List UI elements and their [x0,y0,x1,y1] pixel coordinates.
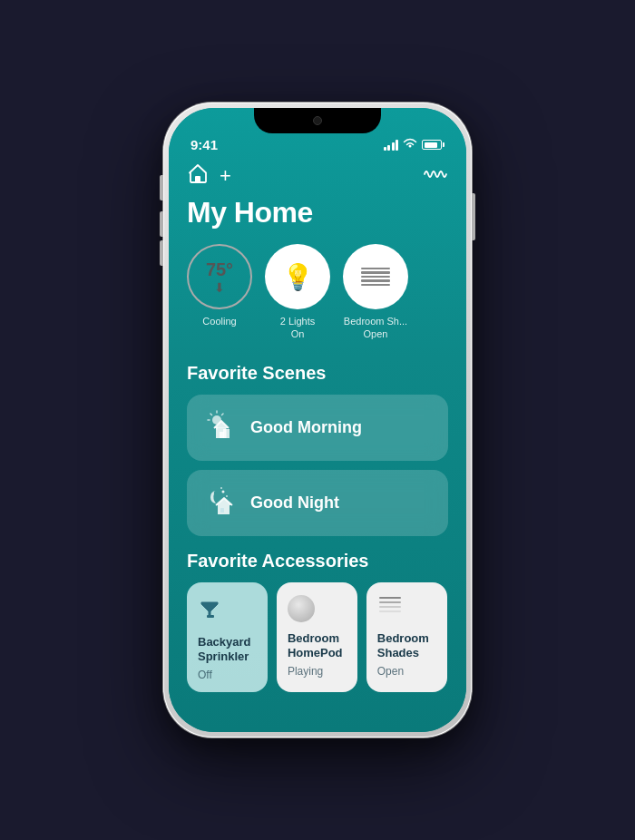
svg-rect-15 [379,610,401,612]
shades-card[interactable]: Bedroom Sh...Open [343,244,408,341]
nav-bar: + [169,156,466,192]
shades-circle[interactable] [343,244,408,309]
homepod-card[interactable]: BedroomHomePod Playing [277,582,357,693]
good-morning-label: Good Morning [250,418,362,437]
accessories-row: BackyardSprinkler Off BedroomHomePod Pla… [169,582,466,711]
svg-point-8 [226,495,228,497]
svg-point-7 [222,490,225,493]
home-icon[interactable] [187,163,209,189]
sprinkler-name: BackyardSprinkler [198,635,251,666]
scene-good-night[interactable]: Good Night [187,470,448,536]
page-title: My Home [169,192,466,244]
homepod-icon [288,595,315,622]
signal-icon [384,140,399,151]
status-time: 9:41 [190,137,218,152]
shades-accessory-status: Open [377,665,404,678]
homepod-status: Playing [288,665,323,678]
temp-arrow: ⬇ [214,280,225,295]
svg-rect-14 [379,606,401,608]
phone-inner: 9:41 [169,108,466,732]
siri-wave-icon[interactable] [423,165,448,188]
shades-label: Bedroom Sh...Open [344,315,407,341]
svg-rect-13 [379,601,401,603]
lights-card[interactable]: 💡 2 LightsOn [265,244,330,341]
good-night-label: Good Night [250,493,339,513]
thermostat-label: Cooling [202,315,236,327]
scene-good-morning[interactable]: Good Morning [187,395,448,461]
accessories-section-title: Favorite Accessories [169,547,466,582]
sprinkler-status: Off [198,669,212,681]
night-icon [203,483,238,523]
device-row: 75° ⬇ Cooling 💡 2 LightsOn [169,244,466,359]
svg-rect-0 [195,176,200,182]
svg-rect-11 [207,615,214,618]
lights-label: 2 LightsOn [280,315,316,341]
sprinkler-card[interactable]: BackyardSprinkler Off [187,582,268,693]
thermostat-circle[interactable]: 75° ⬇ [187,244,252,309]
thermostat-card[interactable]: 75° ⬇ Cooling [187,244,252,327]
shades-accessory-name: BedroomShades [377,631,429,662]
camera [313,116,322,125]
morning-icon [203,407,238,448]
shades-accessory-icon [377,595,403,622]
battery-icon [422,140,444,150]
homepod-name: BedroomHomePod [288,631,343,662]
notch [254,108,381,133]
temp-value: 75° [206,259,233,280]
svg-line-5 [210,414,212,415]
screen: 9:41 [169,108,466,732]
svg-rect-12 [379,597,401,599]
svg-rect-10 [220,508,224,513]
status-icons [384,138,445,151]
scenes-section-title: Favorite Scenes [169,359,466,395]
lights-circle[interactable]: 💡 [265,244,330,309]
add-button[interactable]: + [220,164,231,188]
sprinkler-icon [198,595,223,626]
status-bar: 9:41 [169,133,466,156]
svg-line-6 [222,414,224,415]
shades-accessory-card[interactable]: BedroomShades Open [366,582,447,693]
blinds-icon [361,268,390,287]
phone-frame: 9:41 [163,103,472,737]
svg-point-9 [220,487,222,489]
wifi-icon [403,138,417,151]
bulb-icon: 💡 [282,262,314,292]
